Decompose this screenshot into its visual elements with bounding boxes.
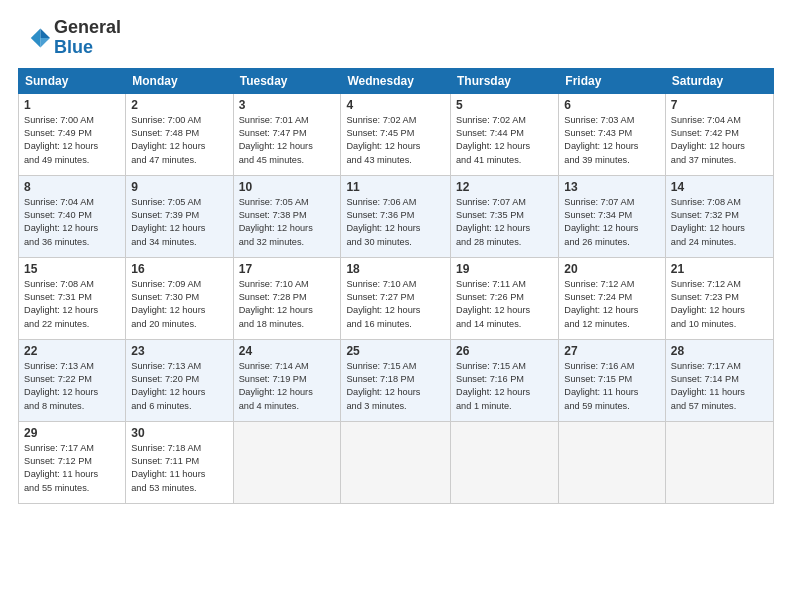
calendar-cell: 15Sunrise: 7:08 AM Sunset: 7:31 PM Dayli… [19,257,126,339]
day-info: Sunrise: 7:17 AM Sunset: 7:12 PM Dayligh… [24,442,120,495]
calendar-cell: 1Sunrise: 7:00 AM Sunset: 7:49 PM Daylig… [19,93,126,175]
calendar-cell: 4Sunrise: 7:02 AM Sunset: 7:45 PM Daylig… [341,93,451,175]
day-number: 30 [131,426,227,440]
weekday-header-cell: Sunday [19,68,126,93]
day-info: Sunrise: 7:16 AM Sunset: 7:15 PM Dayligh… [564,360,660,413]
day-number: 17 [239,262,336,276]
calendar-cell: 24Sunrise: 7:14 AM Sunset: 7:19 PM Dayli… [233,339,341,421]
day-number: 6 [564,98,660,112]
calendar-cell: 6Sunrise: 7:03 AM Sunset: 7:43 PM Daylig… [559,93,666,175]
calendar-cell: 10Sunrise: 7:05 AM Sunset: 7:38 PM Dayli… [233,175,341,257]
calendar-cell: 28Sunrise: 7:17 AM Sunset: 7:14 PM Dayli… [665,339,773,421]
day-info: Sunrise: 7:06 AM Sunset: 7:36 PM Dayligh… [346,196,445,249]
calendar-cell: 12Sunrise: 7:07 AM Sunset: 7:35 PM Dayli… [451,175,559,257]
day-info: Sunrise: 7:00 AM Sunset: 7:48 PM Dayligh… [131,114,227,167]
calendar-cell: 14Sunrise: 7:08 AM Sunset: 7:32 PM Dayli… [665,175,773,257]
calendar-cell: 18Sunrise: 7:10 AM Sunset: 7:27 PM Dayli… [341,257,451,339]
day-number: 23 [131,344,227,358]
day-info: Sunrise: 7:04 AM Sunset: 7:40 PM Dayligh… [24,196,120,249]
day-number: 5 [456,98,553,112]
day-info: Sunrise: 7:10 AM Sunset: 7:28 PM Dayligh… [239,278,336,331]
logo-icon [18,22,50,54]
day-info: Sunrise: 7:18 AM Sunset: 7:11 PM Dayligh… [131,442,227,495]
day-info: Sunrise: 7:15 AM Sunset: 7:18 PM Dayligh… [346,360,445,413]
weekday-header-cell: Wednesday [341,68,451,93]
logo-text: General Blue [54,18,121,58]
calendar-cell: 29Sunrise: 7:17 AM Sunset: 7:12 PM Dayli… [19,421,126,503]
day-number: 18 [346,262,445,276]
svg-marker-2 [31,28,41,47]
weekday-header-cell: Thursday [451,68,559,93]
day-number: 2 [131,98,227,112]
header: General Blue [18,18,774,58]
calendar-cell: 19Sunrise: 7:11 AM Sunset: 7:26 PM Dayli… [451,257,559,339]
calendar-cell: 3Sunrise: 7:01 AM Sunset: 7:47 PM Daylig… [233,93,341,175]
calendar-cell [341,421,451,503]
day-number: 8 [24,180,120,194]
calendar-cell: 9Sunrise: 7:05 AM Sunset: 7:39 PM Daylig… [126,175,233,257]
day-number: 21 [671,262,768,276]
day-number: 1 [24,98,120,112]
day-number: 10 [239,180,336,194]
day-number: 4 [346,98,445,112]
page: General Blue SundayMondayTuesdayWednesda… [0,0,792,612]
day-info: Sunrise: 7:09 AM Sunset: 7:30 PM Dayligh… [131,278,227,331]
weekday-header-row: SundayMondayTuesdayWednesdayThursdayFrid… [19,68,774,93]
calendar-row: 1Sunrise: 7:00 AM Sunset: 7:49 PM Daylig… [19,93,774,175]
day-number: 26 [456,344,553,358]
day-info: Sunrise: 7:17 AM Sunset: 7:14 PM Dayligh… [671,360,768,413]
day-number: 20 [564,262,660,276]
calendar-cell: 25Sunrise: 7:15 AM Sunset: 7:18 PM Dayli… [341,339,451,421]
day-number: 16 [131,262,227,276]
day-info: Sunrise: 7:03 AM Sunset: 7:43 PM Dayligh… [564,114,660,167]
day-number: 25 [346,344,445,358]
day-info: Sunrise: 7:02 AM Sunset: 7:45 PM Dayligh… [346,114,445,167]
day-info: Sunrise: 7:07 AM Sunset: 7:34 PM Dayligh… [564,196,660,249]
logo: General Blue [18,18,121,58]
calendar-cell: 23Sunrise: 7:13 AM Sunset: 7:20 PM Dayli… [126,339,233,421]
calendar-cell: 11Sunrise: 7:06 AM Sunset: 7:36 PM Dayli… [341,175,451,257]
day-info: Sunrise: 7:14 AM Sunset: 7:19 PM Dayligh… [239,360,336,413]
weekday-header-cell: Saturday [665,68,773,93]
day-number: 9 [131,180,227,194]
svg-marker-0 [40,28,50,38]
day-number: 24 [239,344,336,358]
calendar-row: 15Sunrise: 7:08 AM Sunset: 7:31 PM Dayli… [19,257,774,339]
day-number: 3 [239,98,336,112]
calendar-cell [451,421,559,503]
day-info: Sunrise: 7:05 AM Sunset: 7:38 PM Dayligh… [239,196,336,249]
day-info: Sunrise: 7:12 AM Sunset: 7:24 PM Dayligh… [564,278,660,331]
calendar-cell: 2Sunrise: 7:00 AM Sunset: 7:48 PM Daylig… [126,93,233,175]
day-number: 19 [456,262,553,276]
day-number: 27 [564,344,660,358]
day-info: Sunrise: 7:01 AM Sunset: 7:47 PM Dayligh… [239,114,336,167]
day-info: Sunrise: 7:05 AM Sunset: 7:39 PM Dayligh… [131,196,227,249]
calendar-cell: 17Sunrise: 7:10 AM Sunset: 7:28 PM Dayli… [233,257,341,339]
weekday-header-cell: Friday [559,68,666,93]
day-number: 15 [24,262,120,276]
day-info: Sunrise: 7:10 AM Sunset: 7:27 PM Dayligh… [346,278,445,331]
calendar-cell: 21Sunrise: 7:12 AM Sunset: 7:23 PM Dayli… [665,257,773,339]
day-info: Sunrise: 7:15 AM Sunset: 7:16 PM Dayligh… [456,360,553,413]
day-info: Sunrise: 7:13 AM Sunset: 7:22 PM Dayligh… [24,360,120,413]
day-info: Sunrise: 7:08 AM Sunset: 7:32 PM Dayligh… [671,196,768,249]
day-number: 13 [564,180,660,194]
calendar-body: 1Sunrise: 7:00 AM Sunset: 7:49 PM Daylig… [19,93,774,503]
day-info: Sunrise: 7:00 AM Sunset: 7:49 PM Dayligh… [24,114,120,167]
svg-marker-1 [40,38,50,48]
calendar-cell [665,421,773,503]
day-number: 28 [671,344,768,358]
day-info: Sunrise: 7:11 AM Sunset: 7:26 PM Dayligh… [456,278,553,331]
calendar-cell: 22Sunrise: 7:13 AM Sunset: 7:22 PM Dayli… [19,339,126,421]
calendar-cell: 13Sunrise: 7:07 AM Sunset: 7:34 PM Dayli… [559,175,666,257]
calendar-cell: 20Sunrise: 7:12 AM Sunset: 7:24 PM Dayli… [559,257,666,339]
calendar-cell: 30Sunrise: 7:18 AM Sunset: 7:11 PM Dayli… [126,421,233,503]
calendar-cell: 7Sunrise: 7:04 AM Sunset: 7:42 PM Daylig… [665,93,773,175]
calendar-cell: 16Sunrise: 7:09 AM Sunset: 7:30 PM Dayli… [126,257,233,339]
calendar-row: 22Sunrise: 7:13 AM Sunset: 7:22 PM Dayli… [19,339,774,421]
calendar-table: SundayMondayTuesdayWednesdayThursdayFrid… [18,68,774,504]
calendar-cell: 26Sunrise: 7:15 AM Sunset: 7:16 PM Dayli… [451,339,559,421]
day-number: 7 [671,98,768,112]
calendar-row: 29Sunrise: 7:17 AM Sunset: 7:12 PM Dayli… [19,421,774,503]
day-number: 29 [24,426,120,440]
